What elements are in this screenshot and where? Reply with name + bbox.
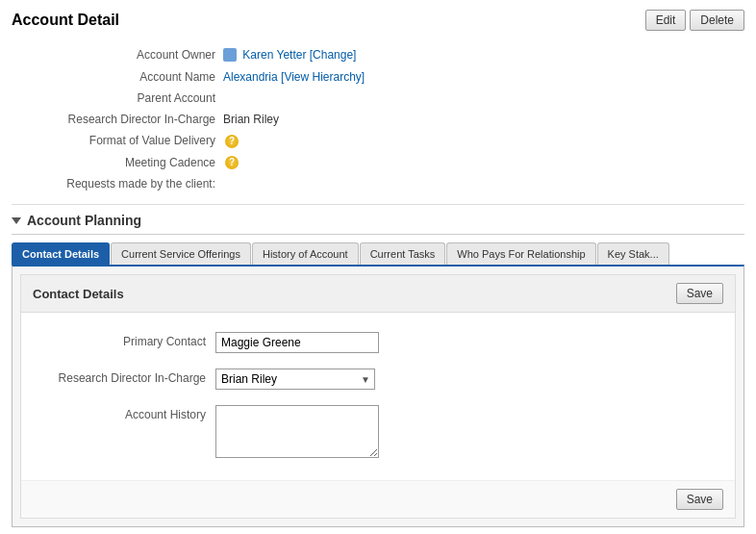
- primary-contact-input[interactable]: [215, 332, 379, 353]
- parent-account-label: Parent Account: [12, 91, 223, 105]
- format-label: Format of Value Delivery: [12, 134, 223, 147]
- account-history-textarea[interactable]: [215, 405, 379, 458]
- page-title: Account Detail: [12, 12, 119, 29]
- page-container: Account Detail Edit Delete Account Owner…: [0, 0, 756, 534]
- meeting-cadence-value: ?: [223, 156, 744, 170]
- inner-card-title: Contact Details: [33, 287, 124, 301]
- save-button-top[interactable]: Save: [676, 283, 723, 304]
- primary-contact-row: Primary Contact: [21, 324, 735, 361]
- account-owner-value: Karen Yetter [Change]: [223, 48, 744, 63]
- parent-account-row: Parent Account: [12, 88, 744, 109]
- delete-button[interactable]: Delete: [690, 10, 744, 31]
- research-director-label: Research Director In-Charge: [12, 113, 223, 126]
- user-icon: [223, 48, 237, 62]
- account-owner-link[interactable]: Karen Yetter: [242, 48, 306, 62]
- meeting-cadence-label: Meeting Cadence: [12, 156, 223, 169]
- research-director-select[interactable]: Brian Riley Karen Yetter Other: [216, 369, 361, 389]
- view-hierarchy-link[interactable]: [View Hierarchy]: [281, 70, 365, 84]
- tab-current-tasks[interactable]: Current Tasks: [360, 242, 446, 265]
- meeting-cadence-help-icon: ?: [225, 156, 239, 169]
- research-director-value: Brian Riley: [223, 113, 744, 126]
- account-history-label: Account History: [33, 405, 215, 421]
- format-value: ?: [223, 134, 744, 148]
- tab-contact-details[interactable]: Contact Details: [12, 242, 110, 265]
- save-button-bottom[interactable]: Save: [676, 489, 723, 510]
- tabs-container: Contact Details Current Service Offering…: [12, 242, 744, 265]
- inner-card-body: Primary Contact Research Director In-Cha…: [21, 313, 735, 480]
- account-name-link[interactable]: Alexandria: [223, 70, 278, 84]
- contact-details-card: Contact Details Save Primary Contact Res…: [20, 274, 736, 519]
- tab-key-stak[interactable]: Key Stak...: [597, 242, 669, 265]
- section-toggle-icon[interactable]: [12, 217, 21, 224]
- requests-row: Requests made by the client:: [12, 173, 744, 194]
- tab-current-service-offerings[interactable]: Current Service Offerings: [111, 242, 251, 265]
- account-owner-row: Account Owner Karen Yetter [Change]: [12, 44, 744, 66]
- research-director-select-wrapper: Brian Riley Karen Yetter Other ▼: [215, 369, 375, 390]
- account-owner-change-link[interactable]: [Change]: [310, 48, 357, 62]
- account-detail-header: Account Detail Edit Delete: [12, 10, 744, 31]
- account-name-row: Account Name Alexandria [View Hierarchy]: [12, 66, 744, 88]
- inner-card-header: Contact Details Save: [21, 275, 735, 313]
- section-header: Account Planning: [12, 205, 744, 235]
- header-buttons: Edit Delete: [645, 10, 744, 31]
- primary-contact-label: Primary Contact: [33, 332, 215, 348]
- primary-contact-field: [215, 332, 723, 353]
- edit-button[interactable]: Edit: [645, 10, 687, 31]
- account-name-value: Alexandria [View Hierarchy]: [223, 70, 744, 84]
- tab-content-area: Contact Details Save Primary Contact Res…: [12, 265, 744, 527]
- tab-who-pays[interactable]: Who Pays For Relationship: [446, 242, 595, 265]
- account-name-label: Account Name: [12, 70, 223, 84]
- inner-card-footer: Save: [21, 480, 735, 518]
- account-planning-section: Account Planning Contact Details Current…: [12, 205, 744, 527]
- research-director-incharge-field: Brian Riley Karen Yetter Other ▼: [215, 369, 723, 390]
- account-owner-label: Account Owner: [12, 48, 223, 62]
- tab-history-of-account[interactable]: History of Account: [252, 242, 359, 265]
- section-title: Account Planning: [27, 213, 141, 228]
- select-arrow-icon: ▼: [361, 374, 374, 385]
- research-director-incharge-row: Research Director In-Charge Brian Riley …: [21, 361, 735, 397]
- account-history-row: Account History: [21, 397, 735, 469]
- account-fields-section: Account Owner Karen Yetter [Change] Acco…: [12, 44, 744, 205]
- requests-label: Requests made by the client:: [12, 177, 223, 191]
- account-history-field: [215, 405, 723, 461]
- format-row: Format of Value Delivery ?: [12, 130, 744, 152]
- meeting-cadence-row: Meeting Cadence ?: [12, 152, 744, 174]
- research-director-row: Research Director In-Charge Brian Riley: [12, 109, 744, 130]
- format-help-icon: ?: [225, 135, 239, 148]
- research-director-incharge-label: Research Director In-Charge: [33, 369, 215, 385]
